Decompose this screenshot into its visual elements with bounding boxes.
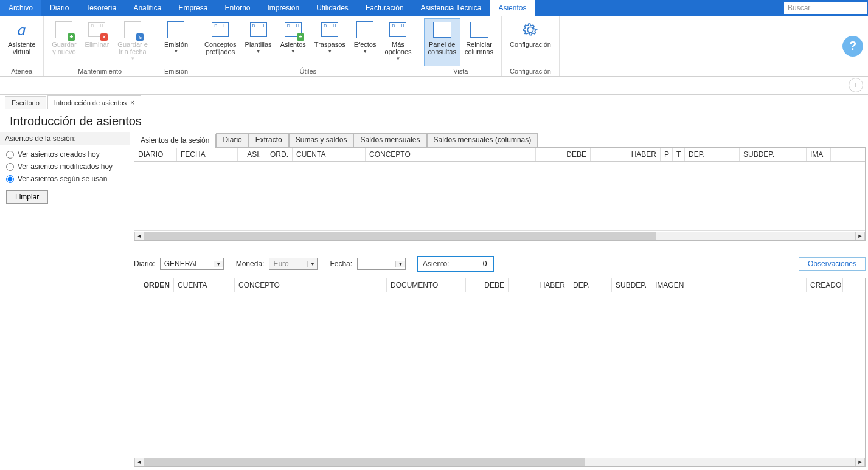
close-icon[interactable]: × (130, 98, 134, 107)
menu-diario[interactable]: Diario (41, 0, 77, 16)
column-header[interactable]: DEBE (466, 278, 509, 292)
asientos-button[interactable]: DH+Asientos▼ (276, 18, 310, 66)
moneda-label: Moneda: (236, 260, 265, 268)
entry-grid-hscroll[interactable]: ◄ ► (134, 457, 865, 466)
help-icon[interactable]: ? (842, 36, 863, 57)
menu-utilidades[interactable]: Utilidades (308, 0, 357, 16)
menu-archivo[interactable]: Archivo (0, 0, 41, 16)
column-header[interactable]: T (673, 148, 685, 161)
radio-input[interactable] (6, 175, 14, 183)
column-header[interactable]: ORD. (265, 148, 293, 161)
column-header[interactable]: CONCEPTO (366, 148, 536, 161)
menu-entorno[interactable]: Entorno (216, 0, 259, 16)
column-header[interactable]: ASI. (238, 148, 265, 161)
eliminar-icon: DH× (87, 20, 106, 40)
filter-radio-0[interactable]: Ver asientos creados hoy (6, 150, 123, 159)
fecha-combo[interactable]: ▼ (357, 258, 406, 270)
column-header[interactable]: DEP. (685, 148, 740, 161)
chevron-down-icon[interactable]: ▼ (307, 261, 317, 267)
menu-impresi-n[interactable]: Impresión (259, 0, 308, 16)
efectos-icon (355, 20, 375, 40)
column-header[interactable]: CREADO (807, 278, 843, 292)
inner-tab[interactable]: Asientos de la sesión (134, 134, 216, 148)
filter-radio-1[interactable]: Ver asientos modificados hoy (6, 162, 123, 171)
eliminar-label: Eliminar (85, 41, 109, 48)
chevron-down-icon[interactable]: ▼ (395, 261, 405, 267)
add-tab-icon[interactable]: + (849, 78, 863, 92)
column-header[interactable]: ORDEN (134, 278, 174, 292)
workspace-tab[interactable]: Escritorio (5, 96, 46, 109)
reiniciar-columnas-button[interactable]: Reiniciarcolumnas (460, 18, 498, 66)
menu-tesorer-a[interactable]: Tesorería (77, 0, 125, 16)
scroll-thumb[interactable] (144, 458, 585, 466)
workspace-tab[interactable]: Introducción de asientos× (47, 95, 141, 109)
menu-facturaci-n[interactable]: Facturación (357, 0, 412, 16)
scroll-left-icon[interactable]: ◄ (134, 232, 144, 240)
clear-button[interactable]: Limpiar (6, 190, 48, 204)
column-header[interactable]: CONCEPTO (235, 278, 387, 292)
diario-combo[interactable]: GENERAL ▼ (160, 258, 224, 270)
guardar-ir-fecha-icon: ↘ (123, 20, 142, 40)
entry-grid-header: ORDENCUENTACONCEPTODOCUMENTODEBEHABERDEP… (134, 278, 865, 292)
inner-tab[interactable]: Saldos mensuales (353, 133, 426, 147)
efectos-button[interactable]: Efectos▼ (350, 18, 381, 66)
column-header[interactable]: HABER (591, 148, 661, 161)
emision-button[interactable]: Emisión▼ (160, 18, 192, 66)
tab-label: Escritorio (12, 99, 40, 106)
entry-grid-body[interactable] (134, 292, 865, 457)
panel-consultas-button[interactable]: Panel deconsultas (424, 18, 460, 66)
session-grid-body[interactable] (134, 162, 865, 230)
chevron-down-icon[interactable]: ▼ (214, 261, 223, 267)
traspasos-label: Traspasos (314, 41, 345, 48)
guardar-ir-fecha-button: ↘Guardar eir a fecha▼ (113, 18, 152, 66)
search-input[interactable]: Buscar (784, 2, 867, 14)
asiento-input[interactable] (460, 259, 488, 269)
configuracion-label: Configuración (510, 41, 551, 48)
ribbon-group--tiles: DHConceptosprefijadosDHPlantillas▼DH+Asi… (196, 16, 420, 76)
moneda-combo[interactable]: Euro ▼ (269, 258, 318, 270)
scroll-right-icon[interactable]: ► (855, 458, 865, 466)
traspasos-button[interactable]: DHTraspasos▼ (310, 18, 350, 66)
column-header[interactable]: IMAGEN (651, 278, 807, 292)
inner-tab[interactable]: Saldos mensuales (columnas) (427, 133, 538, 147)
scroll-right-icon[interactable]: ► (855, 232, 865, 240)
column-header[interactable]: IMA (807, 148, 831, 161)
menu-asistencia-t-cnica[interactable]: Asistencia Técnica (412, 0, 490, 16)
menu-empresa[interactable]: Empresa (170, 0, 216, 16)
column-header[interactable]: DIARIO (134, 148, 177, 161)
session-grid-hscroll[interactable]: ◄ ► (134, 230, 865, 240)
mas-opciones-button[interactable]: DHMásopciones▼ (380, 18, 415, 66)
column-header[interactable]: HABER (509, 278, 569, 292)
column-header[interactable]: FECHA (177, 148, 238, 161)
plantillas-button[interactable]: DHPlantillas▼ (241, 18, 276, 66)
asientos-icon: DH+ (283, 20, 303, 40)
configuracion-button[interactable]: Configuración (505, 18, 555, 66)
asiento-field[interactable]: Asiento: (417, 256, 494, 272)
column-header[interactable]: CUENTA (293, 148, 366, 161)
column-header[interactable]: P (661, 148, 673, 161)
conceptos-prefijados-button[interactable]: DHConceptosprefijados (200, 18, 241, 66)
column-header[interactable]: DOCUMENTO (387, 278, 466, 292)
inner-tab[interactable]: Sumas y saldos (289, 133, 354, 147)
column-header[interactable]: SUBDEP. (740, 148, 807, 161)
column-header[interactable]: DEP. (569, 278, 612, 292)
scroll-track[interactable] (144, 232, 855, 240)
inner-tab[interactable]: Diario (216, 133, 248, 147)
scroll-left-icon[interactable]: ◄ (134, 458, 144, 466)
scroll-thumb[interactable] (144, 232, 656, 240)
menu-anal-tica[interactable]: Analítica (125, 0, 170, 16)
radio-input[interactable] (6, 151, 14, 159)
entry-form: Diario: GENERAL ▼ Moneda: Euro ▼ Fecha: … (134, 247, 866, 278)
chevron-down-icon: ▼ (256, 49, 261, 54)
asistente-virtual-button[interactable]: aAsistentevirtual (4, 18, 40, 66)
scroll-track[interactable] (144, 458, 855, 466)
observaciones-button[interactable]: Observaciones (799, 257, 866, 271)
column-header[interactable]: CUENTA (174, 278, 235, 292)
filter-radio-2[interactable]: Ver asientos según se usan (6, 175, 123, 183)
column-header[interactable]: SUBDEP. (612, 278, 651, 292)
menu-asientos[interactable]: Asientos (490, 0, 535, 16)
inner-tab[interactable]: Extracto (249, 133, 289, 147)
radio-input[interactable] (6, 163, 14, 171)
column-header[interactable]: DEBE (536, 148, 591, 161)
ribbon: aAsistentevirtualAtenea+Guardary nuevoDH… (0, 16, 868, 77)
